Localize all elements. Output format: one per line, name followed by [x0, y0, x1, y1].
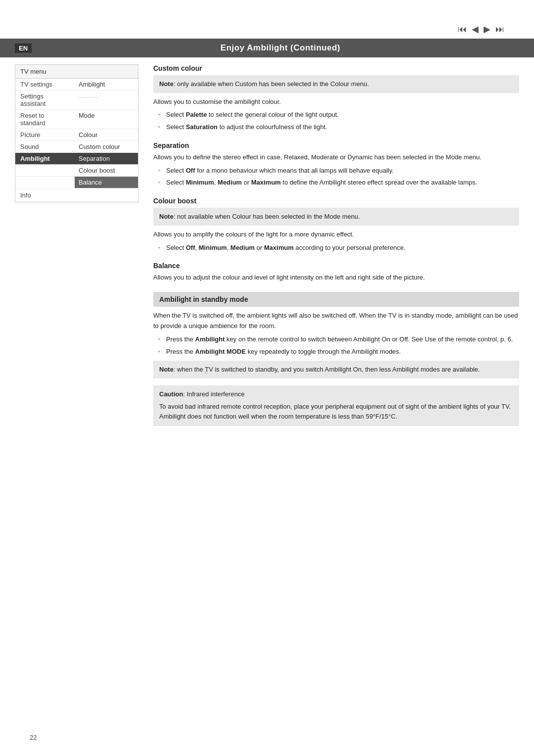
section-title-ambilight-standby: Ambilight in standby mode	[153, 292, 519, 307]
table-row: Colour boost	[15, 165, 138, 177]
page-container: ⏮ ◀ ▶ ⏭ EN Enjoy Ambilight (Continued) T…	[0, 0, 534, 756]
skip-forward-icon[interactable]: ⏭	[495, 24, 504, 35]
table-row: Ambilight Separation	[15, 153, 138, 165]
nav-icons: ⏮ ◀ ▶ ⏭	[458, 24, 504, 35]
menu-item-tv-settings[interactable]: TV settings	[15, 79, 75, 90]
menu-item-info[interactable]: Info	[15, 189, 138, 202]
menu-separator: ............	[75, 91, 138, 109]
list-item: Press the Ambilight key on the remote co…	[158, 334, 519, 345]
menu-item-mode[interactable]: Mode	[75, 110, 138, 129]
menu-item-separation[interactable]: Separation	[75, 153, 138, 164]
list-item: Select Minimum, Medium or Maximum to def…	[158, 178, 519, 188]
table-row: Settings assistant ............	[15, 91, 138, 110]
table-row: Reset to standard Mode	[15, 110, 138, 129]
menu-item-sound[interactable]: Sound	[15, 141, 75, 152]
body-colour-boost: Allows you to amplify the colours of the…	[153, 230, 519, 240]
note-ambilight-standby: Note: when the TV is switched to standby…	[153, 361, 519, 378]
caution-body: To avoid bad infrared remote control rec…	[159, 402, 513, 423]
note-label: Note: only available when Custom has bee…	[159, 80, 369, 88]
bullet-list-custom-colour: Select Palette to select the general col…	[153, 110, 519, 133]
page-number: 22	[30, 734, 37, 741]
list-item: Select Off for a mono behaviour which me…	[158, 166, 519, 176]
menu-item-empty-2	[15, 177, 75, 188]
body-custom-colour: Allows you to customise the ambilight co…	[153, 97, 519, 107]
menu-item-custom-colour[interactable]: Custom colour	[75, 141, 138, 152]
table-row: Sound Custom colour	[15, 141, 138, 153]
menu-item-balance[interactable]: Balance	[75, 177, 138, 188]
list-item: Press the Ambilight MODE key repeatedly …	[158, 347, 519, 357]
tv-menu: TV menu TV settings Ambilight Settings a…	[15, 64, 138, 202]
section-title-separation: Separation	[153, 142, 519, 149]
note-custom-colour: Note: only available when Custom has bee…	[153, 75, 519, 93]
body-balance: Allows you to adjust the colour and leve…	[153, 273, 519, 283]
section-title-colour-boost: Colour boost	[153, 197, 519, 205]
right-panel: Custom colour Note: only available when …	[153, 64, 519, 726]
left-panel: TV menu TV settings Ambilight Settings a…	[15, 64, 138, 726]
menu-item-ambilight-right[interactable]: Ambilight	[75, 79, 138, 90]
body-ambilight-standby: When the TV is switched off, the ambient…	[153, 311, 519, 331]
list-item: Select Saturation to adjust the colourfu…	[158, 122, 519, 133]
list-item: Select Palette to select the general col…	[158, 110, 519, 120]
tv-menu-title: TV menu	[15, 65, 138, 79]
menu-item-ambilight[interactable]: Ambilight	[15, 153, 75, 164]
caution-title: Caution: Infrared interference	[159, 389, 513, 400]
menu-item-settings-assistant[interactable]: Settings assistant	[15, 91, 75, 109]
list-item: Select Off, Minimum, Medium or Maximum a…	[158, 243, 519, 253]
caution-box: Caution: Infrared interference To avoid …	[153, 385, 519, 426]
note-colour-boost: Note: not available when Colour has been…	[153, 208, 519, 226]
bullet-list-colour-boost: Select Off, Minimum, Medium or Maximum a…	[153, 243, 519, 253]
table-row: Picture Colour	[15, 129, 138, 141]
menu-item-colour[interactable]: Colour	[75, 129, 138, 141]
menu-item-reset[interactable]: Reset to standard	[15, 110, 75, 129]
bullet-list-ambilight-standby: Press the Ambilight key on the remote co…	[153, 334, 519, 357]
menu-item-colour-boost[interactable]: Colour boost	[75, 165, 138, 176]
table-row: TV settings Ambilight	[15, 79, 138, 91]
menu-item-empty-1	[15, 165, 75, 176]
lang-badge: EN	[15, 44, 32, 53]
next-icon[interactable]: ▶	[484, 24, 490, 35]
header-bar: EN Enjoy Ambilight (Continued)	[0, 39, 534, 57]
bullet-list-separation: Select Off for a mono behaviour which me…	[153, 166, 519, 189]
page-title: Enjoy Ambilight (Continued)	[42, 43, 519, 53]
body-separation: Allows you to define the stereo effect i…	[153, 152, 519, 163]
section-title-custom-colour: Custom colour	[153, 64, 519, 72]
table-row: Balance	[15, 177, 138, 189]
skip-back-icon[interactable]: ⏮	[458, 24, 467, 35]
section-title-balance: Balance	[153, 262, 519, 270]
menu-item-picture[interactable]: Picture	[15, 129, 75, 141]
main-content: TV menu TV settings Ambilight Settings a…	[15, 64, 519, 726]
prev-icon[interactable]: ◀	[472, 24, 479, 35]
